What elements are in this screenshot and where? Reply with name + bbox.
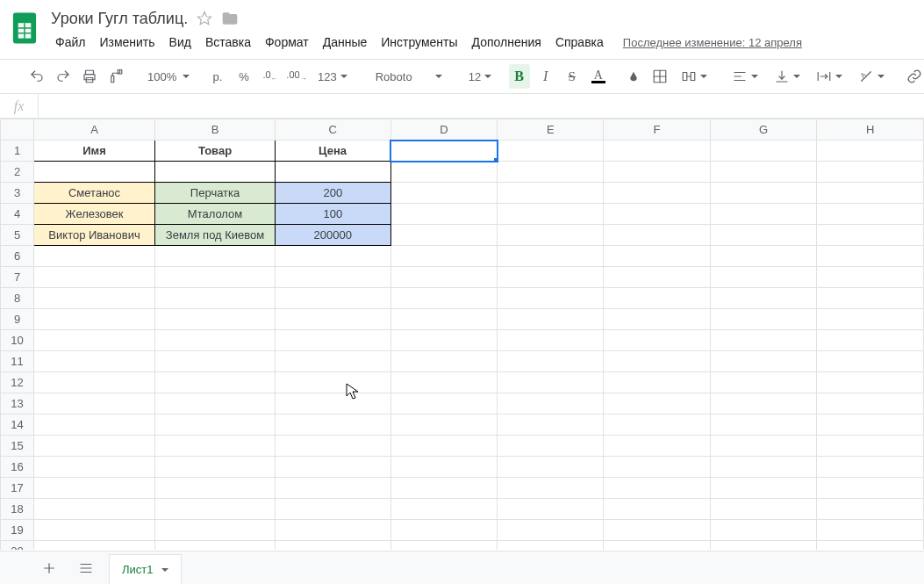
- cell-h3[interactable]: [817, 183, 924, 204]
- cell[interactable]: [390, 393, 498, 415]
- cell[interactable]: [276, 499, 390, 520]
- menu-addons[interactable]: Дополнения: [466, 31, 548, 54]
- cell[interactable]: [817, 393, 924, 415]
- row-header-14[interactable]: 14: [1, 415, 34, 436]
- cell[interactable]: [604, 415, 710, 436]
- row-header-12[interactable]: 12: [1, 372, 34, 393]
- row-header-8[interactable]: 8: [1, 288, 34, 309]
- cell[interactable]: [498, 309, 604, 330]
- col-header-f[interactable]: F: [604, 119, 710, 141]
- col-header-g[interactable]: G: [710, 119, 817, 141]
- redo-button[interactable]: [53, 64, 74, 89]
- cell[interactable]: [817, 478, 924, 499]
- cell[interactable]: [817, 541, 924, 551]
- font-select[interactable]: Roboto: [367, 64, 446, 89]
- row-header-15[interactable]: 15: [1, 436, 34, 457]
- cell[interactable]: [390, 372, 498, 393]
- cell-g4[interactable]: [710, 204, 817, 225]
- col-header-a[interactable]: A: [34, 119, 155, 141]
- row-header-16[interactable]: 16: [1, 457, 34, 478]
- cell[interactable]: [34, 541, 155, 551]
- cell[interactable]: [34, 246, 155, 267]
- cell[interactable]: [604, 372, 710, 393]
- dec-increase-button[interactable]: .00→: [286, 64, 307, 89]
- cell[interactable]: [390, 267, 498, 288]
- cell-h1[interactable]: [817, 141, 924, 162]
- cell[interactable]: [710, 541, 817, 551]
- cell[interactable]: [710, 246, 817, 267]
- row-header-5[interactable]: 5: [1, 225, 34, 246]
- col-header-h[interactable]: H: [817, 119, 924, 141]
- cell-f2[interactable]: [604, 162, 710, 183]
- cell[interactable]: [276, 351, 390, 372]
- row-header-9[interactable]: 9: [1, 309, 34, 330]
- cell[interactable]: [155, 309, 276, 330]
- print-button[interactable]: [79, 64, 100, 89]
- cell[interactable]: [276, 309, 390, 330]
- cell[interactable]: [604, 478, 710, 499]
- cell-g2[interactable]: [710, 162, 817, 183]
- strikethrough-button[interactable]: S: [562, 64, 583, 89]
- cell[interactable]: [276, 520, 390, 541]
- cell[interactable]: [498, 415, 604, 436]
- number-format-select[interactable]: 123: [312, 64, 353, 89]
- cell[interactable]: [498, 499, 604, 520]
- cell-e3[interactable]: [498, 183, 604, 204]
- cell[interactable]: [604, 246, 710, 267]
- cell[interactable]: [817, 351, 924, 372]
- undo-button[interactable]: [26, 64, 47, 89]
- menu-file[interactable]: Файл: [49, 31, 91, 54]
- cell[interactable]: [276, 393, 390, 415]
- cell[interactable]: [498, 541, 604, 551]
- rotate-button[interactable]: A: [853, 64, 890, 89]
- menu-help[interactable]: Справка: [549, 31, 610, 54]
- cell[interactable]: [817, 246, 924, 267]
- cell-e5[interactable]: [498, 225, 604, 246]
- percent-button[interactable]: %: [233, 64, 254, 89]
- cell[interactable]: [276, 267, 390, 288]
- menu-data[interactable]: Данные: [317, 31, 374, 54]
- cell-g5[interactable]: [710, 225, 817, 246]
- col-header-d[interactable]: D: [390, 119, 498, 141]
- row-header-19[interactable]: 19: [1, 520, 34, 541]
- cell[interactable]: [390, 246, 498, 267]
- link-button[interactable]: [904, 64, 924, 89]
- cell[interactable]: [710, 520, 817, 541]
- cell[interactable]: [155, 436, 276, 457]
- cell-f4[interactable]: [604, 204, 710, 225]
- row-header-11[interactable]: 11: [1, 351, 34, 372]
- cell[interactable]: [817, 309, 924, 330]
- cell-d2[interactable]: [390, 162, 498, 183]
- cell[interactable]: [604, 520, 710, 541]
- cell[interactable]: [155, 541, 276, 551]
- row-header-10[interactable]: 10: [1, 330, 34, 351]
- cell[interactable]: [276, 541, 390, 551]
- document-title[interactable]: Уроки Гугл таблиц.: [51, 10, 188, 28]
- cell-g1[interactable]: [710, 141, 817, 162]
- cell[interactable]: [710, 372, 817, 393]
- cell[interactable]: [390, 457, 498, 478]
- cell[interactable]: [817, 520, 924, 541]
- menu-format[interactable]: Формат: [259, 31, 315, 54]
- cell-c3[interactable]: 200: [276, 183, 390, 204]
- cell[interactable]: [390, 478, 498, 499]
- cell-a1[interactable]: Имя: [34, 141, 155, 162]
- fillcolor-button[interactable]: [623, 64, 644, 89]
- cell[interactable]: [498, 478, 604, 499]
- cell[interactable]: [710, 267, 817, 288]
- fontsize-select[interactable]: 12: [460, 64, 495, 89]
- cell[interactable]: [498, 351, 604, 372]
- cell[interactable]: [34, 372, 155, 393]
- cell[interactable]: [276, 372, 390, 393]
- menu-tools[interactable]: Инструменты: [375, 31, 463, 54]
- cell-d4[interactable]: [390, 204, 498, 225]
- cell[interactable]: [817, 436, 924, 457]
- cell[interactable]: [390, 541, 498, 551]
- cell[interactable]: [155, 393, 276, 415]
- cell[interactable]: [817, 372, 924, 393]
- cell[interactable]: [498, 436, 604, 457]
- cell[interactable]: [34, 478, 155, 499]
- cell[interactable]: [155, 330, 276, 351]
- cell[interactable]: [276, 457, 390, 478]
- cell-e1[interactable]: [498, 141, 604, 162]
